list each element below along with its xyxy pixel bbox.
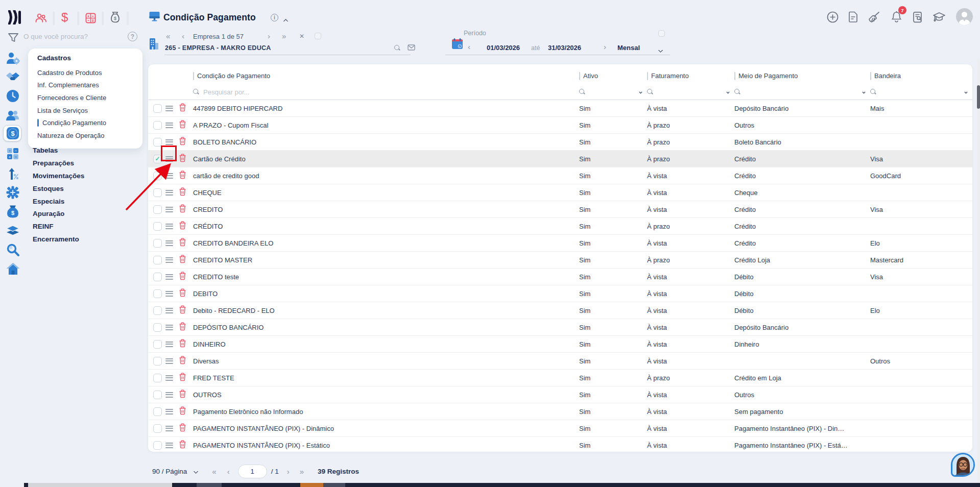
trash-icon[interactable]: [179, 120, 186, 129]
table-row[interactable]: Pagamento Eletrônico não Informado Sim À…: [148, 403, 972, 420]
row-menu-icon[interactable]: [165, 443, 173, 448]
row-menu-icon[interactable]: [165, 190, 173, 196]
chevron-down-icon[interactable]: [862, 90, 866, 93]
submenu-item[interactable]: Fornecedores e Cliente: [37, 91, 137, 104]
menu-section[interactable]: Preparações: [33, 157, 84, 169]
trash-icon[interactable]: [179, 389, 186, 398]
table-row[interactable]: DEBITO Sim À vista Débito: [148, 285, 972, 302]
row-checkbox[interactable]: [153, 121, 162, 130]
mail-icon[interactable]: [408, 43, 415, 53]
row-checkbox[interactable]: [153, 222, 162, 231]
row-checkbox[interactable]: [153, 138, 162, 147]
home-icon[interactable]: [5, 261, 20, 276]
table-row[interactable]: CREDITO BANDEIRA ELO Sim À vista Crédito…: [148, 235, 972, 252]
filter-meio[interactable]: [734, 84, 870, 100]
row-checkbox[interactable]: [153, 374, 162, 382]
row-menu-icon[interactable]: [165, 342, 173, 347]
row-checkbox[interactable]: [153, 239, 162, 248]
row-menu-icon[interactable]: [165, 274, 173, 280]
page-last-button[interactable]: »: [300, 468, 303, 475]
people-icon[interactable]: [35, 12, 47, 26]
trash-icon[interactable]: [179, 356, 186, 364]
row-checkbox[interactable]: [153, 323, 162, 332]
row-checkbox[interactable]: [153, 205, 162, 214]
trash-icon[interactable]: [179, 339, 186, 348]
filter-faturamento[interactable]: [647, 84, 734, 100]
company-search-icon[interactable]: [394, 44, 400, 53]
column-header[interactable]: Faturamento: [647, 72, 734, 80]
graduation-cap-icon[interactable]: [933, 9, 946, 25]
row-checkbox[interactable]: [153, 188, 162, 197]
row-checkbox[interactable]: [153, 172, 162, 180]
row-checkbox[interactable]: [153, 256, 162, 264]
row-menu-icon[interactable]: [165, 106, 173, 111]
help-icon[interactable]: ?: [128, 32, 137, 41]
trash-icon[interactable]: [179, 440, 186, 449]
period-start-date[interactable]: 01/03/2026: [487, 44, 520, 52]
table-row[interactable]: CHEQUE Sim À vista Cheque: [148, 184, 972, 201]
column-header[interactable]: Bandeira: [870, 72, 972, 80]
table-row[interactable]: Cartão de Crédito Sim À prazo Crédito Vi…: [148, 151, 972, 167]
menu-section[interactable]: Apuração: [33, 207, 84, 220]
row-checkbox[interactable]: [153, 391, 162, 399]
scrollbar-thumb[interactable]: [977, 85, 980, 109]
column-header[interactable]: Ativo: [579, 72, 647, 80]
calculator-grid-icon[interactable]: + − × =: [5, 146, 20, 161]
row-checkbox[interactable]: [153, 357, 162, 366]
column-header[interactable]: Meio de Pagamento: [734, 72, 870, 80]
table-row[interactable]: PAGAMENTO INSTANTÂNEO (PIX) - Dinâmico S…: [148, 420, 972, 437]
clock-icon[interactable]: [5, 88, 20, 104]
table-row[interactable]: Debito - REDECARD - ELO Sim À vista Débi…: [148, 302, 972, 319]
table-row[interactable]: DINHEIRO Sim À vista Dinheiro: [148, 336, 972, 353]
table-row[interactable]: BOLETO BANCÁRIO Sim À prazo Boleto Bancá…: [148, 134, 972, 151]
page-next-button[interactable]: ›: [287, 468, 290, 475]
plus-circle-icon[interactable]: [826, 9, 839, 25]
submenu-item[interactable]: Inf. Complementares: [37, 79, 137, 92]
period-prev-button[interactable]: ‹: [468, 43, 470, 51]
handshake-icon[interactable]: [5, 69, 20, 85]
table-row[interactable]: Diversas Sim À vista Outros: [148, 353, 972, 370]
company-next-button[interactable]: ›: [268, 32, 270, 40]
trash-icon[interactable]: [179, 322, 186, 331]
per-page-chevron-icon[interactable]: [194, 469, 199, 474]
trash-icon[interactable]: [179, 238, 186, 247]
table-row[interactable]: CREDITO teste Sim À vista Débito Visa: [148, 269, 972, 285]
people-group-icon[interactable]: [5, 108, 20, 123]
row-checkbox[interactable]: [153, 424, 162, 433]
submenu-item[interactable]: Condição Pagamento: [37, 116, 137, 129]
period-checkbox[interactable]: [658, 30, 665, 37]
layers-icon[interactable]: [5, 223, 20, 238]
trash-icon[interactable]: [179, 154, 186, 162]
gear-plus-icon[interactable]: [5, 185, 20, 200]
column-header[interactable]: Condição de Pagamento: [193, 72, 579, 80]
period-end-date[interactable]: 31/03/2026: [548, 44, 581, 52]
filter-bandeira[interactable]: [870, 84, 972, 100]
dollar-circle-icon[interactable]: $: [5, 126, 20, 141]
table-row[interactable]: CREDITO MASTER Sim À prazo Crédito Loja …: [148, 252, 972, 269]
support-chat-avatar[interactable]: [951, 453, 975, 477]
table-row[interactable]: A PRAZO - Cupom Fiscal Sim À prazo Outro…: [148, 117, 972, 134]
menu-section[interactable]: Estoques: [33, 182, 84, 195]
global-search-input[interactable]: O que você procura?: [23, 33, 126, 40]
per-page-select[interactable]: 90 / Página: [152, 468, 187, 475]
broom-icon[interactable]: [868, 9, 881, 25]
trend-percent-icon[interactable]: [5, 165, 20, 181]
filter-icon[interactable]: [8, 33, 19, 45]
row-menu-icon[interactable]: [165, 224, 173, 229]
submenu-item[interactable]: Cadastro de Produtos: [37, 66, 137, 79]
table-row[interactable]: PAGAMENTO INSTANTÂNEO (PIX) - Estático S…: [148, 437, 972, 452]
period-mode-select[interactable]: Mensal: [617, 44, 640, 52]
user-avatar[interactable]: [956, 8, 973, 25]
company-clear-button[interactable]: ✕: [299, 33, 304, 40]
row-checkbox[interactable]: [153, 104, 162, 113]
row-checkbox[interactable]: [153, 289, 162, 298]
row-checkbox[interactable]: [153, 306, 162, 315]
row-menu-icon[interactable]: [165, 173, 173, 179]
trash-icon[interactable]: [179, 204, 186, 213]
chevron-down-icon[interactable]: [726, 90, 730, 93]
company-last-button[interactable]: »: [282, 32, 285, 40]
page-input[interactable]: 1: [238, 465, 267, 478]
period-mode-chevron-icon[interactable]: [659, 45, 662, 54]
row-checkbox[interactable]: [153, 407, 162, 416]
row-menu-icon[interactable]: [165, 426, 173, 431]
